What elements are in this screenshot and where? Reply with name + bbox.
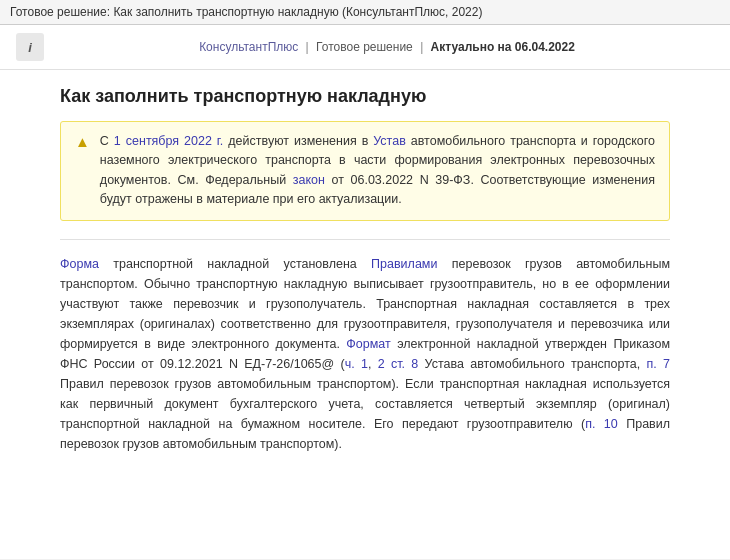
body-link-format[interactable]: Формат [346, 337, 390, 351]
warning-link-ustav[interactable]: Устав [373, 134, 406, 148]
divider [60, 239, 670, 240]
page-title: Как заполнить транспортную накладную [60, 86, 670, 107]
warning-text-1: С [100, 134, 114, 148]
body-link-pravilami[interactable]: Правилами [371, 257, 437, 271]
body-link-p7[interactable]: п. 7 [647, 357, 671, 371]
body-text-7: Правил перевозок грузов автомобильным тр… [60, 377, 670, 431]
section-name: Готовое решение [316, 40, 413, 54]
brand-name: КонсультантПлюс [199, 40, 298, 54]
header-bar: i КонсультантПлюс | Готовое решение | Ак… [0, 25, 730, 70]
warning-link-date[interactable]: 1 сентября 2022 г. [114, 134, 224, 148]
body-text: Форма транспортной накладной установлена… [60, 254, 670, 454]
info-icon: i [16, 33, 44, 61]
body-text-1: транспортной накладной установлена [99, 257, 371, 271]
title-bar: Готовое решение: Как заполнить транспорт… [0, 0, 730, 25]
warning-icon: ▲ [75, 133, 90, 150]
body-link-p10[interactable]: п. 10 [585, 417, 618, 431]
warning-link-zakon[interactable]: закон [293, 173, 325, 187]
body-link-forma[interactable]: Форма [60, 257, 99, 271]
warning-text: С 1 сентября 2022 г. действуют изменения… [100, 132, 655, 210]
separator-2: | [420, 40, 423, 54]
actual-date: Актуально на 06.04.2022 [431, 40, 575, 54]
content-area: Как заполнить транспортную накладную ▲ С… [0, 70, 730, 470]
body-paragraph: Форма транспортной накладной установлена… [60, 254, 670, 454]
body-link-2st[interactable]: 2 ст. [378, 357, 405, 371]
body-link-ch1[interactable]: ч. 1 [345, 357, 368, 371]
breadcrumb: КонсультантПлюс | Готовое решение | Акту… [60, 40, 714, 54]
body-text-4: , [368, 357, 378, 371]
warning-box: ▲ С 1 сентября 2022 г. действуют изменен… [60, 121, 670, 221]
body-text-6: Устава автомобильного транспорта, [418, 357, 646, 371]
warning-text-2: действуют изменения в [223, 134, 373, 148]
main-content: i КонсультантПлюс | Готовое решение | Ак… [0, 25, 730, 559]
separator-1: | [306, 40, 309, 54]
title-bar-text: Готовое решение: Как заполнить транспорт… [10, 5, 482, 19]
